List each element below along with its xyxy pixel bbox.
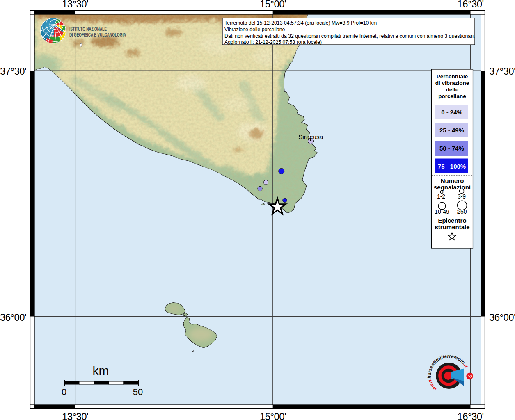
svg-text:50: 50 xyxy=(133,387,143,397)
svg-text:0: 0 xyxy=(62,387,66,397)
svg-text:strumentale: strumentale xyxy=(435,224,469,231)
svg-text:75 - 100%: 75 - 100% xyxy=(438,163,466,170)
svg-text:delle: delle xyxy=(446,87,459,93)
svg-text:Aggiornato il: 21-12-2025 07:5: Aggiornato il: 21-12-2025 07:53 (ora loc… xyxy=(224,39,322,45)
svg-text:Epicentro: Epicentro xyxy=(438,217,466,224)
svg-text:≥50: ≥50 xyxy=(457,208,467,215)
svg-text:15°00': 15°00' xyxy=(260,411,286,420)
svg-text:25 - 49%: 25 - 49% xyxy=(439,127,464,134)
svg-text:DI GEOFISICA E VULCANOLOGIA: DI GEOFISICA E VULCANOLOGIA xyxy=(69,32,126,38)
svg-text:36°00': 36°00' xyxy=(489,312,515,323)
svg-text:segnalazioni: segnalazioni xyxy=(434,184,471,191)
svg-text:50 - 74%: 50 - 74% xyxy=(439,145,464,152)
svg-text:3-9: 3-9 xyxy=(458,193,466,200)
svg-text:porcellane: porcellane xyxy=(438,93,466,99)
svg-text:36°00': 36°00' xyxy=(0,312,26,323)
svg-text:Vibrazione delle porcellane: Vibrazione delle porcellane xyxy=(224,27,285,32)
svg-text:16°30': 16°30' xyxy=(458,0,484,9)
svg-text:km: km xyxy=(93,364,109,377)
svg-text:di vibrazione: di vibrazione xyxy=(435,80,469,86)
svg-text:37°30': 37°30' xyxy=(0,66,26,77)
svg-text:13°30': 13°30' xyxy=(62,0,88,9)
svg-text:37°30': 37°30' xyxy=(489,66,515,77)
svg-text:1-2: 1-2 xyxy=(437,193,445,200)
svg-text:ISTITUTO NAZIONALE: ISTITUTO NAZIONALE xyxy=(69,26,107,32)
svg-text:Dati non verificati estratti d: Dati non verificati estratti da 32 quest… xyxy=(224,33,475,39)
svg-text:0 - 24%: 0 - 24% xyxy=(441,109,462,116)
svg-text:10-49: 10-49 xyxy=(435,208,449,215)
svg-text:13°30': 13°30' xyxy=(62,411,88,420)
svg-text:Siracusa: Siracusa xyxy=(298,133,323,140)
svg-text:15°00': 15°00' xyxy=(260,0,286,9)
svg-text:Terremoto del 15-12-2013 04:57: Terremoto del 15-12-2013 04:57:34 (ora l… xyxy=(224,20,377,26)
svg-text:Numero: Numero xyxy=(441,177,464,184)
svg-text:16°30': 16°30' xyxy=(458,411,484,420)
svg-text:Percentuale: Percentuale xyxy=(437,73,468,80)
